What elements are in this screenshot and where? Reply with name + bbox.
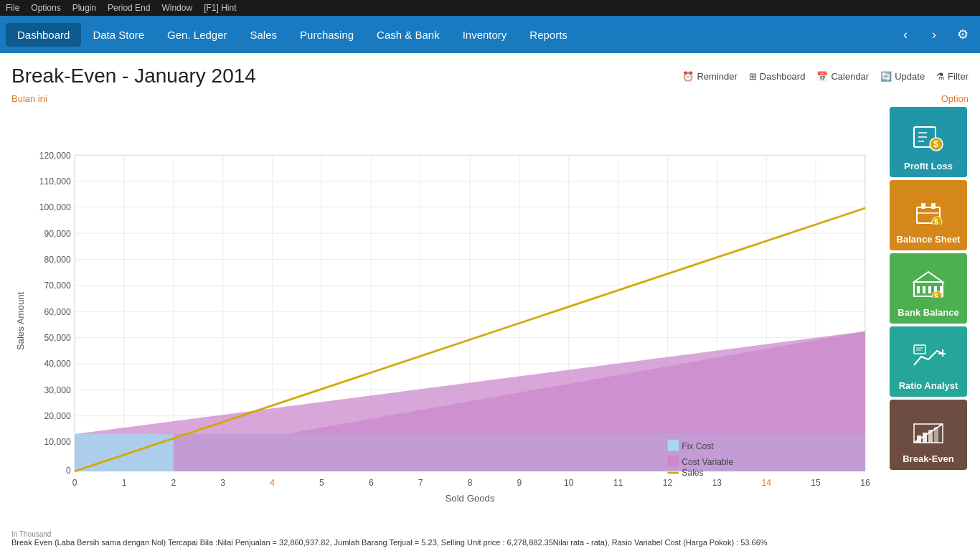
svg-text:11: 11 [613,478,623,488]
profit-loss-button[interactable]: $ Profit Loss [890,107,967,177]
svg-text:90,000: 90,000 [44,229,71,239]
menu-period-end[interactable]: Period End [108,3,150,13]
right-panel: $ Profit Loss $ [890,107,969,527]
svg-text:70,000: 70,000 [44,281,71,291]
sub-header: Bulan ini Option [11,93,969,104]
svg-marker-90 [914,272,943,282]
reminder-icon: ⏰ [682,71,694,82]
svg-text:$: $ [934,293,938,298]
svg-text:12: 12 [663,478,673,488]
svg-text:9: 9 [517,478,522,488]
svg-text:80,000: 80,000 [44,255,71,265]
title-bar: File Options Plugin Period End Window [F… [0,0,980,16]
profit-loss-label: Profit Loss [904,161,953,171]
svg-text:20,000: 20,000 [44,411,71,421]
svg-text:Sold Goods: Sold Goods [446,493,495,504]
svg-text:100,000: 100,000 [39,202,71,212]
menu-plugin[interactable]: Plugin [72,3,96,13]
svg-rect-93 [928,286,931,293]
svg-text:60,000: 60,000 [44,307,71,317]
svg-text:16: 16 [860,478,870,488]
svg-rect-91 [917,286,920,293]
svg-rect-84 [921,203,925,209]
svg-rect-71 [668,440,679,451]
svg-rect-108 [934,427,938,443]
svg-text:7: 7 [418,478,423,488]
header-actions: ⏰ Reminder ⊞ Dashboard 📅 Calendar 🔄 Upda… [682,71,969,82]
balance-sheet-label: Balance Sheet [897,234,961,245]
svg-text:4: 4 [270,478,275,488]
dashboard-icon: ⊞ [749,71,757,82]
svg-rect-85 [931,203,936,209]
ratio-analyst-label: Ratio Analyst [899,380,958,391]
bank-balance-button[interactable]: $ Bank Balance [890,253,967,324]
nav-inventory[interactable]: Inventory [451,23,519,47]
calendar-icon: 📅 [816,71,828,82]
svg-text:13: 13 [712,478,722,488]
footer-area: In Thousand Break Even (Laba Bersih sama… [11,527,969,551]
svg-text:0: 0 [72,478,77,488]
menu-window[interactable]: Window [161,3,192,13]
nav-dashboard[interactable]: Dashboard [6,23,81,47]
update-button[interactable]: 🔄 Update [880,71,925,82]
nav-data-store[interactable]: Data Store [81,23,156,47]
filter-icon: ⚗ [936,71,945,82]
option-button[interactable]: Option [941,93,969,104]
svg-text:10: 10 [564,478,574,488]
svg-text:120,000: 120,000 [39,151,71,161]
page-title: Break-Even - January 2014 [11,65,256,88]
svg-rect-92 [923,286,925,293]
svg-text:10,000: 10,000 [44,437,71,447]
svg-text:8: 8 [468,478,473,488]
break-even-chart: 120,000 110,000 100,000 90,000 80,000 70… [11,107,881,527]
svg-text:Cost Variable: Cost Variable [682,457,733,467]
svg-text:6: 6 [369,478,374,488]
nav-sales[interactable]: Sales [239,23,289,47]
svg-text:1: 1 [122,478,127,488]
in-thousand-label: In Thousand [11,530,969,538]
nav-forward-button[interactable]: › [923,23,946,46]
bank-balance-icon: $ [911,270,946,304]
content-area: Break-Even - January 2014 ⏰ Reminder ⊞ D… [0,53,980,551]
bulan-ini-label: Bulan ini [11,93,47,104]
balance-sheet-button[interactable]: $ Balance Sheet [890,180,967,250]
nav-gen-ledger[interactable]: Gen. Ledger [156,23,238,47]
dashboard-button[interactable]: ⊞ Dashboard [749,71,806,82]
svg-rect-105 [917,435,921,443]
balance-sheet-icon: $ [911,197,946,231]
reminder-label: Reminder [697,71,737,82]
nav-back-button[interactable]: ‹ [894,23,917,46]
filter-button[interactable]: ⚗ Filter [936,71,969,82]
calendar-button[interactable]: 📅 Calendar [816,71,869,82]
svg-text:40,000: 40,000 [44,359,71,369]
svg-text:Fix Cost: Fix Cost [682,441,714,451]
svg-text:$: $ [933,139,938,149]
chart-container: 120,000 110,000 100,000 90,000 80,000 70… [11,107,969,527]
menu-file[interactable]: File [6,3,19,13]
menu-hint[interactable]: [F1] Hint [204,3,236,13]
nav-purchasing[interactable]: Purchasing [288,23,365,47]
nav-reports[interactable]: Reports [518,23,579,47]
svg-text:14: 14 [761,478,771,488]
menu-options[interactable]: Options [31,3,60,13]
ratio-analyst-button[interactable]: Ratio Analyst [890,326,967,397]
reminder-button[interactable]: ⏰ Reminder [682,71,737,82]
svg-rect-107 [928,430,933,443]
nav-bar: Dashboard Data Store Gen. Ledger Sales P… [0,16,980,53]
calendar-label: Calendar [831,71,869,82]
svg-text:30,000: 30,000 [44,385,71,395]
svg-text:Sales: Sales [682,468,703,478]
svg-rect-100 [914,345,925,354]
svg-text:5: 5 [319,478,324,488]
nav-cash-bank[interactable]: Cash & Bank [365,23,451,47]
break-even-button[interactable]: Break-Even [890,400,967,470]
bank-balance-label: Bank Balance [897,307,958,318]
ratio-analyst-icon [911,344,946,377]
filter-label: Filter [948,71,969,82]
update-label: Update [895,71,925,82]
profit-loss-icon: $ [911,124,946,158]
svg-text:$: $ [934,218,938,225]
nav-settings-button[interactable]: ⚙ [951,23,974,46]
break-even-icon [911,417,946,451]
svg-rect-106 [923,433,927,443]
